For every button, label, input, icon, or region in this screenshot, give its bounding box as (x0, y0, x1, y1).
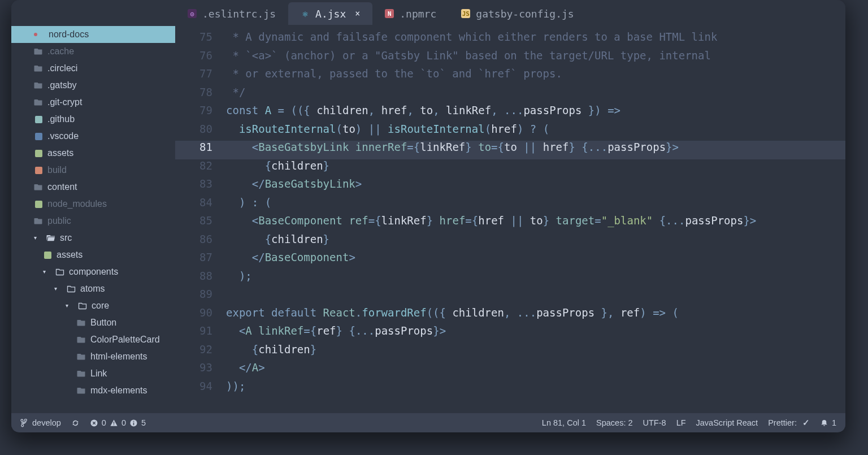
code-content: ); (226, 270, 252, 282)
code-line[interactable]: 76 * `<a>` (anchor) or a "Gatsby Link" b… (175, 49, 845, 68)
tab--eslintrc-js[interactable]: ◎.eslintrc.js (175, 2, 288, 25)
line-number: 84 (175, 196, 226, 209)
svg-rect-5 (133, 421, 134, 422)
folder-icon (77, 318, 86, 327)
explorer-item-mdx-elements[interactable]: mdx-elements (11, 382, 175, 399)
tab-a-jsx[interactable]: ⚛A.jsx× (288, 2, 372, 25)
cursor-position[interactable]: Ln 81, Col 1 (542, 419, 586, 427)
git-branch-icon (20, 419, 29, 427)
code-content: <BaseComponent ref={linkRef} href={href … (226, 214, 756, 227)
folder-icon (34, 47, 43, 56)
react-icon: ⚛ (301, 9, 310, 18)
tab-label: .eslintrc.js (202, 8, 276, 20)
bell-icon (820, 419, 828, 427)
explorer-item--cache[interactable]: .cache (11, 43, 175, 60)
code-line[interactable]: 79const A = (({ children, href, to, link… (175, 104, 845, 123)
code-line[interactable]: 92 {children} (175, 343, 845, 362)
explorer-item-colorpalettecard[interactable]: ColorPaletteCard (11, 331, 175, 348)
explorer-item-src[interactable]: ▾src (11, 229, 175, 246)
language-mode[interactable]: JavaScript React (696, 419, 758, 427)
explorer-item-label: public (47, 213, 71, 229)
explorer-item-label: .vscode (47, 128, 79, 145)
code-line[interactable]: 87 </BaseComponent> (175, 251, 845, 270)
folder-icon (34, 216, 43, 226)
code-content: const A = (({ children, href, to, linkRe… (226, 104, 620, 116)
code-line[interactable]: 83 </BaseGatsbyLink> (175, 177, 845, 196)
explorer-item--gatsby[interactable]: .gatsby (11, 77, 175, 94)
code-line[interactable]: 77 * or external, passed to the `to` and… (175, 67, 845, 86)
line-number: 83 (175, 177, 226, 190)
explorer-item-atoms[interactable]: ▾atoms (11, 280, 175, 297)
explorer-item-label: build (47, 162, 67, 179)
indentation[interactable]: Spaces: 2 (596, 419, 633, 427)
encoding[interactable]: UTF-8 (643, 419, 666, 427)
file-explorer[interactable]: nord-docs .cache.circleci.gatsby.git-cry… (11, 25, 175, 413)
sync-button[interactable] (71, 419, 80, 427)
explorer-item-button[interactable]: Button (11, 314, 175, 331)
code-line[interactable]: 85 <BaseComponent ref={linkRef} href={hr… (175, 214, 845, 233)
code-line[interactable]: 88 ); (175, 270, 845, 288)
code-content: */ (226, 86, 245, 98)
code-line[interactable]: 86 {children} (175, 233, 845, 252)
explorer-item-label: Link (90, 365, 107, 382)
tab-gatsby-config-js[interactable]: JSgatsby-config.js (449, 2, 586, 25)
code-content: {children} (226, 159, 329, 172)
explorer-item-assets[interactable]: assets (11, 145, 175, 162)
eol[interactable]: LF (676, 419, 686, 427)
line-number: 89 (175, 288, 226, 300)
tab-label: .npmrc (400, 8, 436, 20)
code-line[interactable]: 80 isRouteInternal(to) || isRouteInterna… (175, 123, 845, 141)
error-icon (90, 419, 98, 427)
code-line[interactable]: 78 */ (175, 86, 845, 105)
explorer-item-content[interactable]: content (11, 179, 175, 196)
sync-icon (71, 419, 80, 427)
explorer-item-label: .cache (47, 43, 74, 60)
folder-icon (34, 132, 43, 141)
code-line[interactable]: 93 </A> (175, 361, 845, 380)
code-content: isRouteInternal(to) || isRouteInternal(h… (226, 123, 549, 135)
explorer-item-node-modules[interactable]: node_modules (11, 196, 175, 213)
code-content: <A linkRef={ref} {...passProps}> (226, 324, 446, 337)
editor-window: ◎.eslintrc.js⚛A.jsx×N.npmrcJSgatsby-conf… (11, 0, 845, 432)
explorer-item--git-crypt[interactable]: .git-crypt (11, 94, 175, 111)
explorer-root[interactable]: nord-docs (11, 26, 175, 43)
root-label: nord-docs (49, 26, 89, 43)
code-line[interactable]: 94)); (175, 380, 845, 398)
folder-open-icon (67, 284, 76, 293)
tab-label: gatsby-config.js (476, 8, 574, 20)
code-line[interactable]: 82 {children} (175, 159, 845, 178)
problems[interactable]: 0 0 5 (90, 419, 146, 427)
explorer-item--circleci[interactable]: .circleci (11, 60, 175, 77)
code-content: export default React.forwardRef(({ child… (226, 306, 679, 319)
explorer-item-label: assets (47, 145, 73, 162)
explorer-item-html-elements[interactable]: html-elements (11, 348, 175, 365)
notifications[interactable]: 1 (820, 419, 836, 427)
prettier-status[interactable]: Prettier: (768, 419, 810, 427)
explorer-item-label: components (69, 263, 118, 280)
explorer-item-core[interactable]: ▾core (11, 297, 175, 314)
code-line[interactable]: 90export default React.forwardRef(({ chi… (175, 306, 845, 325)
code-line[interactable]: 75 * A dynamic and failsafe component wh… (175, 31, 845, 49)
explorer-item-public[interactable]: public (11, 213, 175, 229)
code-editor[interactable]: 75 * A dynamic and failsafe component wh… (175, 25, 845, 413)
code-line[interactable]: 81 <BaseGatsbyLink innerRef={linkRef} to… (175, 141, 845, 159)
explorer-item-build[interactable]: build (11, 162, 175, 179)
code-line[interactable]: 84 ) : ( (175, 196, 845, 215)
git-branch[interactable]: develop (20, 419, 61, 427)
folder-open-icon (46, 233, 55, 242)
explorer-item-link[interactable]: Link (11, 365, 175, 382)
explorer-item-label: mdx-elements (90, 382, 147, 399)
tab--npmrc[interactable]: N.npmrc (372, 2, 449, 25)
explorer-item-label: assets (57, 246, 83, 263)
explorer-item--github[interactable]: .github (11, 111, 175, 128)
code-line[interactable]: 89 (175, 288, 845, 306)
explorer-item--vscode[interactable]: .vscode (11, 128, 175, 145)
folder-icon (77, 352, 86, 361)
close-icon[interactable]: × (355, 8, 360, 19)
explorer-item-assets[interactable]: assets (11, 246, 175, 263)
code-line[interactable]: 91 <A linkRef={ref} {...passProps}> (175, 324, 845, 343)
code-content: * `<a>` (anchor) or a "Gatsby Link" base… (226, 49, 711, 62)
explorer-item-label: .git-crypt (47, 94, 82, 111)
explorer-item-components[interactable]: ▾components (11, 263, 175, 280)
line-number: 82 (175, 159, 226, 172)
